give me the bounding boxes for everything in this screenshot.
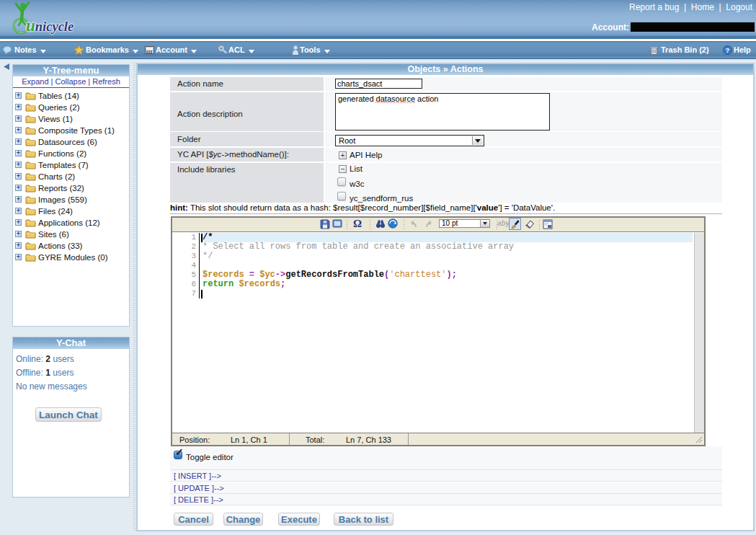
- svg-text:?: ?: [726, 46, 730, 54]
